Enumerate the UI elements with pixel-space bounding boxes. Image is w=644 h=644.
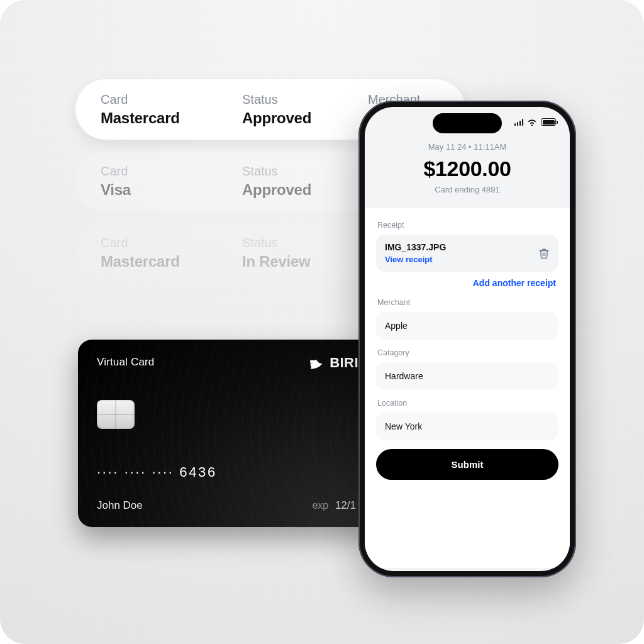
card-expiry: exp 12/1	[312, 499, 356, 512]
merchant-label: Merchant	[377, 298, 557, 307]
col-card-value: Mastercard	[101, 253, 242, 270]
card-expiry-value: 12/1	[335, 499, 356, 511]
card-brand: BIRI	[308, 355, 358, 371]
col-status-label: Status	[242, 236, 368, 250]
card-expiry-label: exp	[312, 500, 328, 511]
location-field[interactable]: New York	[376, 413, 558, 440]
col-card-value: Visa	[101, 181, 242, 199]
col-card-label: Card	[101, 164, 242, 179]
transaction-form: Receipt IMG_1337.JPG View receipt	[365, 208, 570, 568]
promo-canvas: Card Mastercard Status Approved Merchant…	[0, 0, 644, 644]
card-brand-text: BIRI	[330, 355, 358, 371]
col-status-value: Approved	[242, 109, 368, 127]
category-label: Catagory	[377, 348, 557, 357]
transaction-timestamp: May 11 24 • 11:11AM	[365, 142, 570, 152]
col-card-label: Card	[101, 92, 242, 107]
transaction-card-ending: Card ending 4891	[365, 185, 570, 194]
trash-icon[interactable]	[538, 248, 550, 259]
card-chip-icon	[97, 400, 135, 429]
wifi-icon	[527, 118, 537, 126]
col-card-label: Card	[101, 236, 242, 250]
bird-logo-icon	[308, 355, 325, 371]
virtual-card: Virtual Card BIRI ···· ···· ···· 6436 Jo…	[78, 340, 374, 527]
dynamic-island	[433, 113, 502, 133]
phone-frame: May 11 24 • 11:11AM $1200.00 Card ending…	[358, 101, 576, 577]
col-status-label: Status	[242, 164, 368, 179]
merchant-field[interactable]: Apple	[376, 312, 558, 340]
card-holder: John Doe	[97, 499, 143, 512]
col-status-value: In Review	[242, 253, 368, 270]
cellular-icon	[514, 119, 524, 126]
receipt-attachment[interactable]: IMG_1337.JPG View receipt	[376, 235, 558, 272]
location-label: Location	[377, 399, 557, 408]
phone-screen: May 11 24 • 11:11AM $1200.00 Card ending…	[365, 107, 570, 571]
receipt-filename: IMG_1337.JPG	[385, 242, 446, 252]
col-status-value: Approved	[242, 181, 368, 199]
add-another-receipt-link[interactable]: Add another receipt	[379, 278, 556, 288]
transaction-amount: $1200.00	[365, 157, 570, 181]
view-receipt-link[interactable]: View receipt	[385, 255, 446, 264]
card-number: ···· ···· ···· 6436	[97, 464, 217, 480]
category-field[interactable]: Hardware	[376, 362, 558, 390]
transaction-hero: May 11 24 • 11:11AM $1200.00 Card ending…	[365, 137, 570, 208]
battery-icon	[541, 118, 556, 126]
col-card-value: Mastercard	[101, 109, 242, 127]
receipt-label: Receipt	[377, 221, 557, 230]
col-status-label: Status	[242, 92, 368, 107]
submit-button[interactable]: Submit	[376, 449, 558, 480]
